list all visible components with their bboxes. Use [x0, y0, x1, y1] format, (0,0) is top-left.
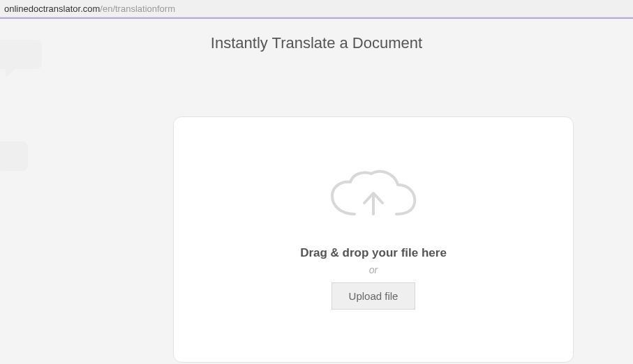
upload-file-button[interactable]: Upload file [332, 282, 416, 310]
page-title: Instantly Translate a Document [0, 19, 633, 52]
cloud-upload-icon [327, 169, 420, 231]
or-label: or [369, 264, 378, 275]
url-domain: onlinedoctranslator.com [4, 3, 100, 14]
upload-dropzone[interactable]: Drag & drop your file here or Upload fil… [173, 116, 574, 363]
url-path: /en/translationform [100, 3, 175, 14]
page-body: Instantly Translate a Document Drag & dr… [0, 19, 633, 364]
dropzone-instruction: Drag & drop your file here [300, 246, 447, 260]
chat-bubble-decor-icon [0, 137, 33, 182]
chat-bubble-decor-icon [0, 36, 47, 80]
address-bar[interactable]: onlinedoctranslator.com/en/translationfo… [0, 0, 633, 17]
